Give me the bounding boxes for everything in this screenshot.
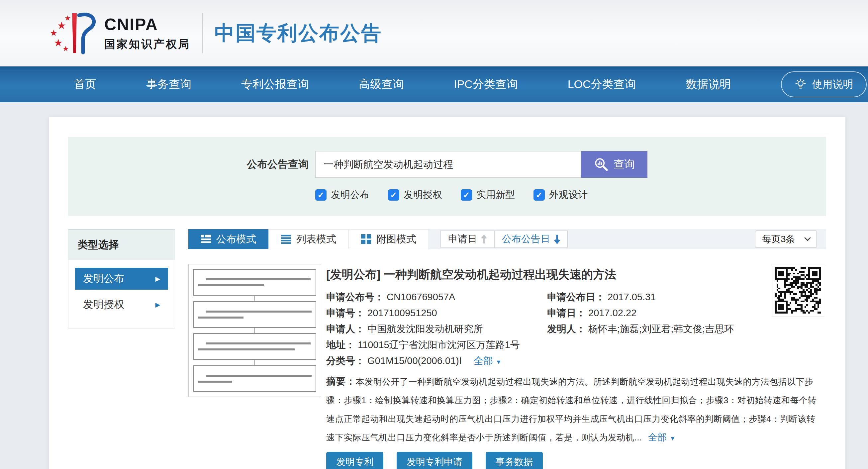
patent-category-tag: [发明公布] bbox=[326, 268, 380, 281]
checkbox-design[interactable]: 外观设计 bbox=[533, 188, 588, 201]
application-publication-number-value: CN106769057A bbox=[387, 292, 455, 302]
tab-figure-mode[interactable]: 附图模式 bbox=[348, 229, 429, 249]
org-acronym: CNIPA bbox=[104, 15, 190, 34]
application-publication-number: 申请公布号： CN106769057A bbox=[326, 289, 547, 305]
patent-title: [发明公布] 一种判断航空发动机起动过程出现失速的方法 bbox=[326, 267, 826, 282]
patent-figure-thumbnail[interactable] bbox=[188, 264, 321, 397]
triangle-down-icon: ▼ bbox=[670, 435, 676, 442]
button-invention-patent-application[interactable]: 发明专利申请 bbox=[397, 452, 472, 469]
lightbulb-icon bbox=[794, 78, 807, 91]
checkbox-utility-model[interactable]: 实用新型 bbox=[461, 188, 515, 201]
tab-list-mode[interactable]: 列表模式 bbox=[269, 229, 349, 249]
classification-value: G01M15/00(2006.01)I bbox=[367, 355, 462, 366]
page-background: 公布公告查询 查询 bbox=[0, 102, 868, 469]
checkbox-invention-publication[interactable]: 发明公布 bbox=[315, 188, 369, 201]
inventors-value: 杨怀丰;施磊;刘亚君;韩文俊;吉思环 bbox=[588, 323, 734, 334]
address: 地址： 110015辽宁省沈阳市沈河区万莲路1号 bbox=[326, 337, 826, 353]
header-divider bbox=[202, 13, 203, 54]
page-size-select[interactable]: 每页3条 bbox=[755, 230, 817, 248]
checkbox-checked-icon[interactable] bbox=[533, 189, 545, 200]
sort-publication-date[interactable]: 公布公告日 bbox=[494, 230, 568, 248]
application-number-value: 2017100951250 bbox=[367, 308, 437, 318]
application-number: 申请号： 2017100951250 bbox=[326, 305, 547, 321]
query-button-label: 查询 bbox=[614, 157, 635, 172]
sidebar-item-invention-publication[interactable]: 发明公布 ▶ bbox=[75, 268, 168, 290]
nav-item-transaction-search[interactable]: 事务查询 bbox=[146, 77, 191, 92]
nav-item-loc-search[interactable]: LOC分类查询 bbox=[568, 77, 636, 92]
classification: 分类号： G01M15/00(2006.01)I 全部 ▼ bbox=[326, 353, 826, 370]
site-title: 中国专利公布公告 bbox=[215, 20, 382, 47]
sort-application-date[interactable]: 申请日 bbox=[440, 230, 495, 248]
qr-code bbox=[772, 264, 824, 317]
search-input[interactable] bbox=[315, 151, 581, 178]
tab-publication-mode[interactable]: 公布模式 bbox=[188, 229, 269, 249]
type-filter-panel: 类型选择 发明公布 ▶ 发明授权 ▶ bbox=[68, 229, 175, 329]
search-chart-icon bbox=[594, 157, 609, 172]
query-button[interactable]: 查询 bbox=[581, 151, 647, 178]
grid-mode-icon bbox=[361, 234, 371, 244]
sidebar-item-invention-grant[interactable]: 发明授权 ▶ bbox=[75, 293, 168, 316]
application-date-value: 2017.02.22 bbox=[588, 308, 637, 318]
content-panel: 公布公告查询 查询 bbox=[49, 117, 845, 469]
classification-show-all-link[interactable]: 全部 ▼ bbox=[474, 355, 502, 366]
patent-info-grid: 申请公布号： CN106769057A 申请公布日： 2017.05.31 申请… bbox=[326, 289, 826, 370]
search-panel: 公布公告查询 查询 bbox=[68, 137, 826, 216]
nav-item-data-description[interactable]: 数据说明 bbox=[686, 77, 731, 92]
patent-type-options: 发明公布 发明授权 实用新型 外观设计 bbox=[315, 188, 647, 201]
nav-item-home[interactable]: 首页 bbox=[74, 77, 96, 92]
list-mode-icon bbox=[281, 234, 291, 244]
publish-mode-icon bbox=[201, 234, 211, 244]
patent-result-item: [发明公布] 一种判断航空发动机起动过程出现失速的方法 申请公布号： CN106… bbox=[188, 264, 826, 469]
inventors: 发明人： 杨怀丰;施磊;刘亚君;韩文俊;吉思环 bbox=[547, 321, 826, 337]
checkbox-checked-icon[interactable] bbox=[388, 189, 399, 200]
abstract-label: 摘要： bbox=[326, 376, 356, 387]
help-button[interactable]: 使用说明 bbox=[781, 71, 867, 97]
button-invention-patent[interactable]: 发明专利 bbox=[326, 452, 383, 469]
nav-item-gazette-search[interactable]: 专利公报查询 bbox=[241, 77, 309, 92]
chevron-down-icon bbox=[804, 234, 811, 241]
patent-abstract: 摘要：本发明公开了一种判断航空发动机起动过程出现失速的方法。所述判断航空发动机起… bbox=[326, 372, 826, 448]
help-button-label: 使用说明 bbox=[812, 77, 854, 91]
application-publication-date-value: 2017.05.31 bbox=[608, 292, 656, 302]
arrow-right-icon: ▶ bbox=[155, 301, 160, 309]
search-label: 公布公告查询 bbox=[247, 151, 309, 178]
arrow-up-icon bbox=[481, 234, 487, 244]
nav-item-advanced-search[interactable]: 高级查询 bbox=[359, 77, 404, 92]
type-filter-title: 类型选择 bbox=[68, 230, 175, 260]
checkbox-checked-icon[interactable] bbox=[461, 189, 472, 200]
applicant-value: 中国航发沈阳发动机研究所 bbox=[367, 323, 483, 334]
org-name: 国家知识产权局 bbox=[104, 37, 190, 52]
cnipa-logo: ★ ★ ★ ★ ★ CNIPA 国家知识产权局 bbox=[50, 11, 190, 55]
applicant: 申请人： 中国航发沈阳发动机研究所 bbox=[326, 321, 547, 337]
arrow-down-icon bbox=[554, 234, 560, 244]
main-nav: 首页 事务查询 专利公报查询 高级查询 IPC分类查询 LOC分类查询 数据说明… bbox=[0, 66, 868, 102]
checkbox-invention-grant[interactable]: 发明授权 bbox=[388, 188, 442, 201]
abstract-show-all-link[interactable]: 全部 ▼ bbox=[648, 432, 676, 442]
checkbox-checked-icon[interactable] bbox=[315, 189, 327, 200]
result-action-buttons: 发明专利 发明专利申请 事务数据 bbox=[326, 452, 826, 469]
site-header: ★ ★ ★ ★ ★ CNIPA 国家知识产权局 中国专利公布公告 bbox=[0, 0, 868, 66]
triangle-down-icon: ▼ bbox=[496, 359, 502, 365]
abstract-text: 本发明公开了一种判断航空发动机起动过程出现失速的方法。所述判断航空发动机起动过程… bbox=[326, 377, 816, 442]
results-toolbar: 公布模式 列表模式 bbox=[188, 229, 826, 249]
cnipa-logo-icon: ★ ★ ★ ★ ★ bbox=[50, 11, 102, 55]
arrow-right-icon: ▶ bbox=[155, 275, 160, 283]
address-value: 110015辽宁省沈阳市沈河区万莲路1号 bbox=[358, 340, 520, 350]
button-transaction-data[interactable]: 事务数据 bbox=[486, 452, 543, 469]
nav-item-ipc-search[interactable]: IPC分类查询 bbox=[454, 77, 518, 92]
